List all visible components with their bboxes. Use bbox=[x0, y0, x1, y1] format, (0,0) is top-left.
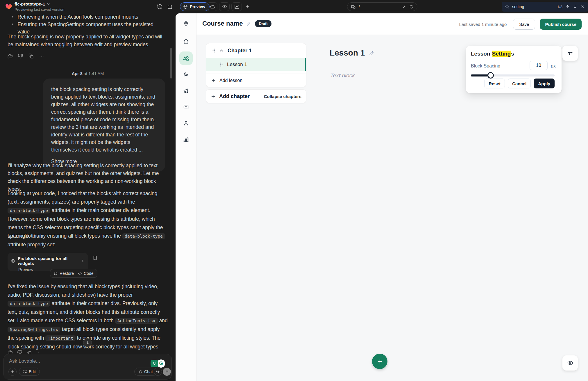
chapter-card: Chapter 1 Lesson 1 Add lesson bbox=[206, 43, 306, 87]
add-lesson-button[interactable]: Add lesson bbox=[206, 74, 306, 87]
scroll-to-bottom-button[interactable] bbox=[83, 338, 92, 347]
nav-inbox-icon[interactable] bbox=[179, 100, 193, 114]
settings-title: Lesson Settings bbox=[471, 51, 557, 57]
user-message-text: the block spacing setting is only correc… bbox=[51, 86, 155, 153]
edit-pencil-icon[interactable] bbox=[369, 50, 375, 56]
cloud-icon[interactable] bbox=[207, 2, 217, 11]
restore-button[interactable]: Restore bbox=[54, 271, 74, 276]
lesson-settings-panel: Lesson Settings Block Spacing px Reset C… bbox=[466, 46, 562, 93]
inline-code: data-block-type bbox=[8, 208, 50, 213]
chat-input[interactable] bbox=[9, 358, 119, 364]
inline-code: !important bbox=[45, 335, 75, 341]
thumbs-down-icon[interactable] bbox=[17, 53, 24, 59]
globe-icon bbox=[183, 4, 188, 9]
search-icon bbox=[505, 4, 510, 9]
project-status: Previewing last saved version bbox=[15, 7, 64, 12]
add-block-fab[interactable] bbox=[372, 354, 387, 369]
version-card[interactable]: Fix block spacing for all widgets Previe… bbox=[8, 253, 88, 271]
inline-code: data-block-type bbox=[122, 233, 165, 239]
bookmark-icon[interactable] bbox=[92, 255, 98, 261]
publish-course-button[interactable]: Publish course bbox=[540, 19, 582, 30]
search-prev-icon[interactable] bbox=[565, 4, 570, 9]
chat-mode-button[interactable]: Chat bbox=[134, 368, 157, 376]
assistant-paragraph: The block spacing is now properly applie… bbox=[8, 33, 168, 49]
nav-community-icon[interactable] bbox=[179, 68, 193, 81]
app-preview: Course name Draft Last saved 1 minute ag… bbox=[176, 13, 588, 381]
nav-home-icon[interactable] bbox=[179, 35, 193, 48]
slider-thumb[interactable] bbox=[487, 72, 494, 79]
drag-handle-icon[interactable] bbox=[212, 48, 215, 53]
eye-icon bbox=[567, 360, 573, 366]
block-spacing-unit: px bbox=[551, 63, 556, 69]
lovable-logo-icon[interactable] bbox=[5, 3, 13, 11]
inline-code: ActionTools.tsx bbox=[115, 318, 158, 324]
assistant-paragraph: Let me fix this by ensuring all block ty… bbox=[8, 232, 168, 249]
globe-icon bbox=[11, 259, 15, 263]
chat-bubble-icon bbox=[138, 370, 142, 374]
search-close-icon[interactable] bbox=[580, 4, 585, 9]
lesson-page-title: Lesson 1 bbox=[330, 48, 375, 58]
grammarly-g-icon[interactable]: G bbox=[157, 359, 165, 368]
history-icon[interactable] bbox=[156, 3, 163, 10]
settings-toggle-button[interactable] bbox=[562, 46, 578, 61]
search-next-icon[interactable] bbox=[572, 4, 578, 9]
select-edit-icon bbox=[23, 370, 27, 374]
sliders-icon bbox=[567, 50, 573, 56]
attach-plus-icon[interactable] bbox=[8, 368, 17, 376]
search-input[interactable] bbox=[512, 4, 550, 9]
lesson-row-selected[interactable]: Lesson 1 bbox=[206, 58, 306, 71]
device-toggle-icon[interactable] bbox=[351, 4, 356, 9]
inline-code: SpacingSettings.tsx bbox=[8, 327, 60, 332]
edit-mode-button[interactable]: Edit bbox=[19, 368, 40, 376]
add-tab-icon[interactable] bbox=[244, 3, 251, 10]
analytics-icon[interactable] bbox=[231, 2, 242, 11]
course-title: Course name bbox=[202, 20, 243, 27]
open-external-icon[interactable] bbox=[402, 5, 406, 9]
thumbs-up-icon[interactable] bbox=[7, 53, 13, 59]
nav-announcements-icon[interactable] bbox=[179, 84, 193, 97]
block-spacing-input[interactable] bbox=[530, 61, 548, 70]
project-name: flc-prototype-1 bbox=[15, 1, 45, 6]
chapter-title: Chapter 1 bbox=[228, 48, 252, 54]
preview-eye-button[interactable] bbox=[562, 355, 578, 371]
nav-analytics-icon[interactable] bbox=[179, 133, 193, 146]
plus-icon bbox=[211, 94, 216, 99]
collapse-chapters-button[interactable]: Collapse chapters bbox=[264, 94, 301, 99]
chapter-row[interactable]: Chapter 1 bbox=[206, 43, 306, 58]
text-block-placeholder[interactable]: Text block bbox=[330, 72, 355, 79]
drag-handle-icon[interactable] bbox=[219, 62, 223, 67]
project-name-menu[interactable]: flc-prototype-1 bbox=[15, 1, 50, 6]
plus-icon bbox=[211, 78, 216, 83]
more-options-icon[interactable] bbox=[38, 53, 44, 59]
app-logo-rocket-icon[interactable] bbox=[179, 17, 193, 30]
chevron-up-icon[interactable] bbox=[219, 49, 224, 53]
send-button[interactable] bbox=[163, 368, 171, 376]
voice-input-icon[interactable] bbox=[154, 368, 162, 376]
grammarly-widget[interactable]: G bbox=[151, 359, 165, 368]
nav-courses-icon[interactable] bbox=[179, 51, 193, 65]
reset-button[interactable]: Reset bbox=[484, 79, 505, 88]
undo-icon bbox=[54, 271, 58, 275]
add-chapter-button[interactable]: Add chapter bbox=[219, 93, 250, 99]
refresh-icon[interactable] bbox=[409, 5, 414, 9]
panel-toggle-icon[interactable] bbox=[166, 3, 173, 10]
plus-icon bbox=[377, 358, 383, 365]
nav-profile-icon[interactable] bbox=[179, 117, 193, 130]
cancel-button[interactable]: Cancel bbox=[508, 79, 531, 88]
edit-pencil-icon[interactable] bbox=[246, 21, 251, 26]
save-button[interactable]: Save bbox=[513, 19, 535, 30]
chevron-right-icon bbox=[81, 259, 85, 263]
grammarly-bulb-icon[interactable] bbox=[151, 360, 158, 367]
block-spacing-slider[interactable] bbox=[471, 74, 555, 76]
preview-mode-button[interactable]: Preview bbox=[180, 2, 210, 11]
search-highlight: Setting bbox=[492, 51, 511, 57]
copy-icon[interactable] bbox=[28, 53, 34, 59]
version-actions-pill: Restore Code bbox=[50, 269, 97, 278]
user-message-bubble: the block spacing setting is only correc… bbox=[43, 79, 165, 172]
url-path[interactable]: / bbox=[359, 4, 399, 9]
apply-button[interactable]: Apply bbox=[534, 79, 555, 88]
assistant-paragraph: I'll analyze why the block spacing setti… bbox=[8, 162, 168, 193]
url-bar[interactable]: / bbox=[347, 2, 417, 11]
code-icon[interactable] bbox=[219, 2, 230, 11]
code-button[interactable]: Code bbox=[78, 271, 93, 276]
